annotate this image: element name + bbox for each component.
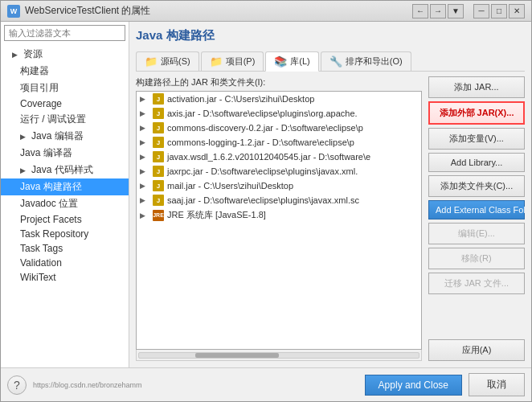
- scrollbar-track: [138, 352, 419, 359]
- sidebar-item-project-refs[interactable]: 项目引用: [1, 80, 129, 96]
- expand-arrow: ▶: [140, 153, 149, 161]
- sidebar-item-javadoc[interactable]: Javadoc 位置: [1, 195, 129, 212]
- nav-back-button[interactable]: ←: [412, 4, 428, 18]
- sidebar-tree: ▶ 资源 构建器 项目引用 Coverage 运行 / 调试设置 ▶ Java: [1, 44, 129, 367]
- migrate-jar-button[interactable]: 迁移 JAR 文件...: [428, 273, 525, 294]
- horizontal-scrollbar[interactable]: [136, 350, 422, 361]
- filter-input[interactable]: [4, 25, 125, 41]
- jar-icon: J: [153, 180, 164, 191]
- jar-item-jre[interactable]: ▶ JRE JRE 系统库 [JavaSE-1.8]: [137, 207, 421, 223]
- window-title: WebServiceTestClient 的属性: [25, 4, 412, 18]
- content-area: ▶ 资源 构建器 项目引用 Coverage 运行 / 调试设置 ▶ Java: [1, 22, 531, 367]
- sidebar-item-java-compiler[interactable]: Java 编译器: [1, 145, 129, 162]
- tab-projects[interactable]: 📁 项目(P): [201, 51, 264, 71]
- nav-forward-button[interactable]: →: [430, 4, 446, 18]
- jar-item-javax-wsdl[interactable]: ▶ J javax.wsdl_1.6.2.v201012040545.jar -…: [137, 150, 421, 164]
- jar-icon: J: [153, 195, 164, 206]
- list-section: 构建路径上的 JAR 和类文件夹(I): ▶ J activation.jar …: [136, 76, 525, 361]
- jar-item-mail[interactable]: ▶ J mail.jar - C:\Users\zihui\Desktop: [137, 178, 421, 193]
- expand-arrow: ▶: [140, 138, 149, 146]
- jar-icon: J: [153, 122, 164, 133]
- jar-list[interactable]: ▶ J activation.jar - C:\Users\zihui\Desk…: [136, 91, 422, 350]
- jar-icon: J: [153, 166, 164, 177]
- sidebar-item-task-repository[interactable]: Task Repository: [1, 227, 129, 241]
- expand-arrow: ▶: [140, 95, 149, 103]
- sidebar-item-run-debug[interactable]: 运行 / 调试设置: [1, 111, 129, 128]
- maximize-button[interactable]: □: [491, 4, 507, 18]
- title-bar: W WebServiceTestClient 的属性 ← → ▼ ─ □ ✕: [1, 1, 531, 22]
- add-library-button[interactable]: Add Library...: [428, 153, 525, 172]
- add-jar-button[interactable]: 添加 JAR...: [428, 76, 525, 98]
- jar-list-label: 构建路径上的 JAR 和类文件夹(I):: [136, 76, 422, 88]
- sidebar-item-java-editor[interactable]: ▶ Java 编辑器: [1, 128, 129, 145]
- tab-libraries[interactable]: 📚 库(L): [265, 51, 318, 72]
- cancel-button[interactable]: 取消: [469, 373, 525, 396]
- sidebar-item-validation[interactable]: Validation: [1, 256, 129, 270]
- sidebar-item-project-facets[interactable]: Project Facets: [1, 212, 129, 227]
- sidebar-item-resources[interactable]: ▶ 资源: [1, 46, 129, 63]
- expand-arrow: ▶: [140, 167, 149, 175]
- help-button[interactable]: ?: [7, 375, 27, 395]
- jar-icon: J: [153, 137, 164, 148]
- jar-icon: J: [153, 93, 164, 105]
- jar-icon: J: [153, 151, 164, 162]
- expand-icon: ▶: [12, 51, 20, 59]
- watermark: https://blog.csdn.net/bronzehamm: [33, 381, 358, 389]
- side-buttons: 添加 JAR... 添加外部 JAR(X)... 添加变量(V)... Add …: [428, 76, 525, 361]
- add-external-class-folder-button[interactable]: Add External Class Folder...: [428, 200, 525, 219]
- jar-item-jaxrpc[interactable]: ▶ J jaxrpc.jar - D:\software\eclipse\plu…: [137, 164, 421, 178]
- sidebar-item-java-build-path[interactable]: Java 构建路径: [1, 178, 129, 195]
- jar-item-axis[interactable]: ▶ J axis.jar - D:\software\eclipse\plugi…: [137, 106, 421, 121]
- tab-order[interactable]: 🔧 排序和导出(O): [321, 51, 411, 71]
- expand-arrow: ▶: [140, 196, 149, 204]
- edit-button[interactable]: 编辑(E)...: [428, 223, 525, 244]
- minimize-button[interactable]: ─: [473, 4, 489, 18]
- jar-item-commons-discovery[interactable]: ▶ J commons-discovery-0.2.jar - D:\softw…: [137, 121, 421, 135]
- source-tab-icon: 📁: [145, 55, 158, 68]
- apply-button[interactable]: 应用(A): [428, 339, 525, 361]
- sidebar: ▶ 资源 构建器 项目引用 Coverage 运行 / 调试设置 ▶ Java: [1, 22, 129, 367]
- scrollbar-thumb: [195, 353, 279, 358]
- jre-icon: JRE: [153, 210, 164, 221]
- expand-arrow: ▶: [140, 124, 149, 132]
- panel-title: Java 构建路径: [136, 28, 525, 43]
- title-bar-buttons: ← → ▼ ─ □ ✕: [412, 4, 525, 18]
- add-class-folder-button[interactable]: 添加类文件夹(C)...: [428, 175, 525, 197]
- projects-tab-icon: 📁: [210, 55, 223, 68]
- jar-list-container: 构建路径上的 JAR 和类文件夹(I): ▶ J activation.jar …: [136, 76, 422, 361]
- expand-arrow: ▶: [140, 211, 149, 219]
- jar-icon: J: [153, 108, 164, 119]
- sidebar-item-coverage[interactable]: Coverage: [1, 96, 129, 111]
- sidebar-item-task-tags[interactable]: Task Tags: [1, 241, 129, 256]
- tab-bar: 📁 源码(S) 📁 项目(P) 📚 库(L) 🔧 排序和导出(O): [136, 51, 525, 72]
- nav-menu-button[interactable]: ▼: [448, 4, 464, 18]
- sidebar-item-wikitext[interactable]: WikiText: [1, 270, 129, 285]
- jar-item-saaj[interactable]: ▶ J saaj.jar - D:\software\eclipse\plugi…: [137, 193, 421, 207]
- libraries-tab-icon: 📚: [274, 55, 287, 68]
- tab-source[interactable]: 📁 源码(S): [136, 51, 199, 71]
- expand-icon-java-editor: ▶: [20, 133, 28, 141]
- close-button[interactable]: ✕: [509, 4, 525, 18]
- sidebar-item-java-code-style[interactable]: ▶ Java 代码样式: [1, 162, 129, 178]
- jar-item-commons-logging[interactable]: ▶ J commons-logging-1.2.jar - D:\softwar…: [137, 135, 421, 150]
- remove-button[interactable]: 移除(R): [428, 248, 525, 269]
- main-window: W WebServiceTestClient 的属性 ← → ▼ ─ □ ✕ ▶…: [0, 0, 532, 402]
- add-variable-button[interactable]: 添加变量(V)...: [428, 128, 525, 150]
- sidebar-item-builder[interactable]: 构建器: [1, 63, 129, 80]
- apply-and-close-button[interactable]: Apply and Close: [365, 375, 462, 396]
- expand-arrow: ▶: [140, 182, 149, 190]
- expand-arrow: ▶: [140, 109, 149, 117]
- bottom-bar: ? https://blog.csdn.net/bronzehamm Apply…: [1, 367, 531, 401]
- add-external-jar-button[interactable]: 添加外部 JAR(X)...: [428, 101, 525, 125]
- main-panel: Java 构建路径 📁 源码(S) 📁 项目(P) 📚 库(L) 🔧 排序和: [129, 22, 531, 367]
- order-tab-icon: 🔧: [329, 55, 342, 68]
- expand-icon-code-style: ▶: [20, 166, 28, 174]
- jar-item-activation[interactable]: ▶ J activation.jar - C:\Users\zihui\Desk…: [137, 92, 421, 106]
- window-icon: W: [7, 5, 20, 18]
